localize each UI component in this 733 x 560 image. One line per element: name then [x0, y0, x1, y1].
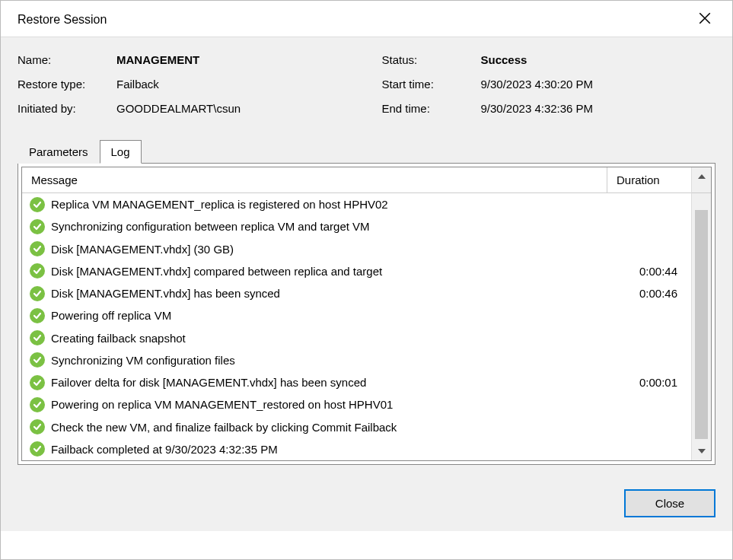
tab-panel: Message Duration Replica VM MANAGEMENT_r… [18, 163, 715, 465]
tab-log[interactable]: Log [100, 140, 142, 164]
success-icon [30, 219, 45, 234]
success-icon [30, 263, 45, 278]
success-icon [30, 197, 45, 212]
end-time-label: End time: [382, 100, 481, 118]
initiated-by-label: Initiated by: [18, 100, 116, 118]
name-value: MANAGEMENT [116, 51, 199, 69]
success-icon [30, 441, 45, 457]
table-row[interactable]: Creating failback snapshot [22, 327, 691, 349]
chevron-down-icon[interactable] [692, 442, 711, 460]
restore-type-value: Failback [116, 75, 159, 94]
log-message: Creating failback snapshot [51, 329, 605, 347]
content-area: Name: MANAGEMENT Restore type: Failback … [1, 37, 732, 479]
log-message: Disk [MANAGEMENT.vhdx] compared between … [51, 262, 605, 280]
info-left: Name: MANAGEMENT Restore type: Failback … [18, 51, 352, 124]
name-label: Name: [18, 51, 116, 69]
log-message: Powering off replica VM [51, 307, 605, 324]
log-duration: 0:00:44 [605, 262, 685, 280]
dialog-footer: Close [1, 479, 732, 531]
table-row[interactable]: Powering on replica VM MANAGEMENT_restor… [22, 393, 691, 415]
start-time-label: Start time: [382, 75, 481, 94]
table-row[interactable]: Failover delta for disk [MANAGEMENT.vhdx… [22, 371, 691, 393]
table-row[interactable]: Synchronizing VM configuration files [22, 349, 691, 371]
tab-strip: Parameters Log [18, 140, 715, 164]
table-row[interactable]: Synchronizing configuration between repl… [22, 215, 691, 237]
success-icon [30, 375, 45, 390]
success-icon [30, 352, 45, 368]
table-row[interactable]: Disk [MANAGEMENT.vhdx] (30 GB) [22, 238, 691, 260]
success-icon [30, 286, 45, 301]
log-message: Synchronizing configuration between repl… [51, 218, 605, 235]
chevron-up-icon [692, 167, 711, 186]
status-label: Status: [382, 51, 481, 69]
scrollbar[interactable] [691, 193, 711, 460]
log-message: Check the new VM, and finalize failback … [51, 418, 605, 436]
success-icon [30, 419, 45, 434]
scroll-track[interactable] [692, 193, 711, 442]
log-message: Failover delta for disk [MANAGEMENT.vhdx… [51, 374, 605, 391]
success-icon [30, 308, 45, 323]
log-duration: 0:00:46 [605, 285, 685, 302]
log-duration: 0:00:01 [605, 374, 685, 391]
table-row[interactable]: Replica VM MANAGEMENT_replica is registe… [22, 193, 691, 215]
table-row[interactable]: Check the new VM, and finalize failback … [22, 416, 691, 438]
scroll-thumb[interactable] [695, 210, 708, 439]
log-table: Message Duration Replica VM MANAGEMENT_r… [21, 167, 712, 461]
initiated-by-value: GOODDEALMART\csun [116, 100, 241, 118]
log-message: Disk [MANAGEMENT.vhdx] (30 GB) [51, 240, 605, 258]
log-message: Failback completed at 9/30/2023 4:32:35 … [51, 441, 605, 458]
table-row[interactable]: Disk [MANAGEMENT.vhdx] compared between … [22, 260, 691, 282]
table-row[interactable]: Disk [MANAGEMENT.vhdx] has been synced0:… [22, 282, 691, 304]
log-message: Disk [MANAGEMENT.vhdx] has been synced [51, 285, 605, 302]
column-message[interactable]: Message [22, 167, 607, 192]
close-icon[interactable] [690, 11, 720, 27]
end-time-value: 9/30/2023 4:32:36 PM [481, 100, 594, 118]
log-message: Synchronizing VM configuration files [51, 352, 605, 369]
table-row[interactable]: Failback completed at 9/30/2023 4:32:35 … [22, 438, 691, 460]
session-info: Name: MANAGEMENT Restore type: Failback … [18, 51, 715, 124]
success-icon [30, 330, 45, 345]
log-message: Powering on replica VM MANAGEMENT_restor… [51, 396, 605, 413]
tab-parameters[interactable]: Parameters [18, 140, 100, 164]
close-button[interactable]: Close [624, 489, 715, 517]
success-icon [30, 397, 45, 412]
scroll-arrow-up[interactable] [691, 167, 711, 193]
window-title: Restore Session [18, 13, 107, 27]
table-row[interactable]: Powering off replica VM [22, 304, 691, 326]
log-rows: Replica VM MANAGEMENT_replica is registe… [22, 193, 691, 460]
log-header: Message Duration [22, 167, 691, 193]
info-right: Status: Success Start time: 9/30/2023 4:… [382, 51, 716, 124]
status-value: Success [481, 51, 527, 69]
start-time-value: 9/30/2023 4:30:20 PM [481, 75, 594, 94]
title-bar: Restore Session [1, 1, 732, 37]
restore-type-label: Restore type: [18, 75, 116, 94]
log-message: Replica VM MANAGEMENT_replica is registe… [51, 196, 605, 213]
success-icon [30, 241, 45, 256]
column-duration[interactable]: Duration [607, 167, 691, 192]
